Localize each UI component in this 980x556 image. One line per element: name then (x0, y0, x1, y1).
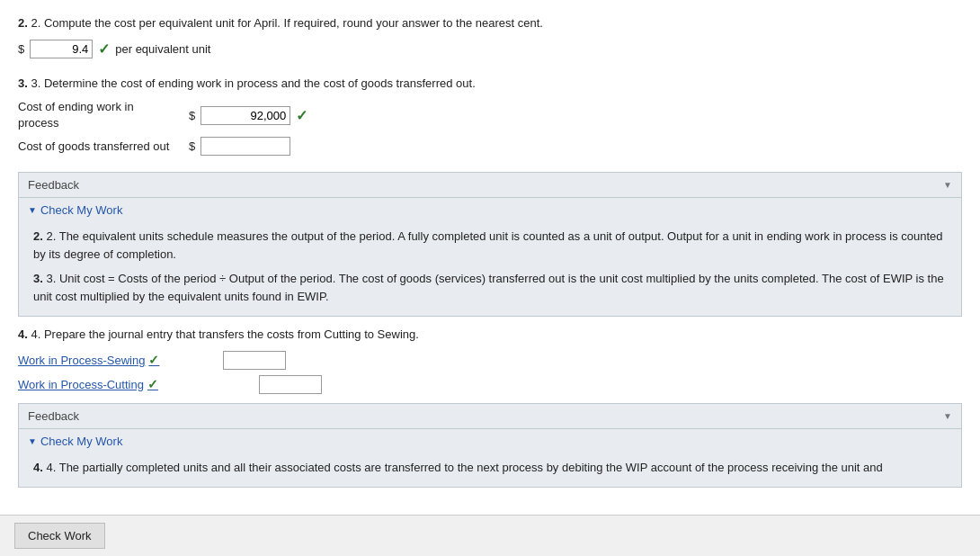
feedback-label-23: Feedback (28, 178, 79, 192)
q3-ending-work-label: Cost of ending work in process (18, 99, 180, 131)
check-work-button[interactable]: Check Work (14, 523, 105, 549)
check-my-work-triangle-4: ▼ (28, 436, 37, 446)
feedback-header-4: Feedback ▼ (19, 404, 961, 429)
question-4-block: 4. 4. Prepare the journal entry that tra… (18, 326, 962, 394)
q2-unit-label: per equivalent unit (115, 42, 210, 56)
question-2-answer-row: $ ✓ per equivalent unit (18, 40, 962, 58)
feedback-label-4: Feedback (28, 409, 79, 423)
check-my-work-4[interactable]: ▼ Check My Work (19, 429, 961, 452)
feedback-content-23: 2. 2. The equivalent units schedule meas… (19, 220, 961, 316)
check-my-work-label-23: Check My Work (40, 203, 123, 217)
check-my-work-23[interactable]: ▼ Check My Work (19, 198, 961, 220)
question-4-text: 4. 4. Prepare the journal entry that tra… (18, 326, 962, 344)
feedback-item2: 2. 2. The equivalent units schedule meas… (33, 228, 947, 263)
q3-goods-dollar: $ (189, 139, 195, 153)
q3-goods-value-row: $ (189, 137, 962, 156)
journal-link-sewing[interactable]: Work in Process-Sewing ✓ (18, 353, 216, 367)
question-3-block: 3. 3. Determine the cost of ending work … (18, 75, 962, 157)
journal-link-cutting-label: Work in Process-Cutting (18, 378, 144, 391)
journal-row-cutting: Work in Process-Cutting ✓ (18, 375, 962, 394)
question-2-text: 2. 2. Compute the cost per equivalent un… (18, 14, 962, 32)
feedback-content-4: 4. 4. The partially completed units and … (19, 452, 961, 488)
q3-ending-work-value-row: $ ✓ (189, 106, 962, 125)
q2-answer-input[interactable] (30, 40, 93, 58)
journal-cutting-credit-input[interactable] (259, 375, 322, 394)
journal-cutting-check-icon: ✓ (147, 377, 158, 391)
check-my-work-triangle-23: ▼ (28, 205, 37, 215)
feedback-header-23: Feedback ▼ (19, 173, 961, 198)
main-content: 2. 2. Compute the cost per equivalent un… (0, 0, 980, 511)
q2-check-icon: ✓ (98, 40, 110, 58)
journal-sewing-check-icon: ✓ (148, 353, 159, 367)
journal-row-sewing: Work in Process-Sewing ✓ (18, 351, 962, 370)
q3-ending-work-input[interactable] (200, 106, 290, 125)
journal-sewing-debit-input[interactable] (223, 351, 286, 370)
check-my-work-label-4: Check My Work (40, 435, 123, 448)
feedback-box-4: Feedback ▼ ▼ Check My Work 4. 4. The par… (18, 403, 962, 489)
journal-link-sewing-label: Work in Process-Sewing (18, 354, 145, 367)
feedback-item4: 4. 4. The partially completed units and … (33, 459, 947, 477)
q3-goods-transferred-input[interactable] (200, 137, 290, 156)
feedback-item3: 3. 3. Unit cost = Costs of the period ÷ … (33, 270, 947, 305)
bottom-bar: Check Work (0, 515, 980, 556)
q2-dollar: $ (18, 42, 24, 56)
q3-ending-dollar: $ (189, 109, 195, 122)
q3-goods-label: Cost of goods transferred out (18, 139, 180, 155)
question-3-text: 3. 3. Determine the cost of ending work … (18, 75, 962, 93)
feedback-box-23: Feedback ▼ ▼ Check My Work 2. 2. The equ… (18, 172, 962, 317)
feedback-triangle-23[interactable]: ▼ (943, 180, 952, 190)
journal-entry-area: Work in Process-Sewing ✓ Work in Process… (18, 351, 962, 394)
feedback-triangle-4[interactable]: ▼ (943, 411, 952, 421)
q3-ending-check-icon: ✓ (296, 107, 307, 124)
journal-link-cutting[interactable]: Work in Process-Cutting ✓ (18, 377, 216, 391)
q3-grid: Cost of ending work in process $ ✓ Cost … (18, 99, 962, 156)
question-2-block: 2. 2. Compute the cost per equivalent un… (18, 14, 962, 58)
